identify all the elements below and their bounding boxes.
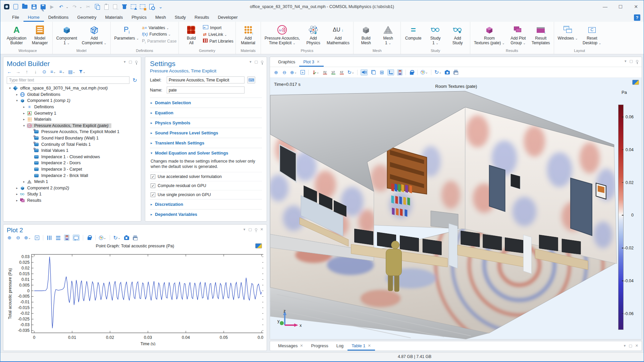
ribbon-item[interactable]: ⇤Import	[203, 25, 233, 30]
plot2-refresh-icon[interactable]: ↻ ⌄	[113, 235, 121, 241]
select-box-icon[interactable]	[130, 4, 137, 10]
tree-item[interactable]: ▸≡Definitions	[7, 104, 138, 110]
ribbon-button[interactable]: Mesh1 ⌄	[378, 23, 398, 46]
settings-section-discretization[interactable]: ▸Discretization	[150, 199, 262, 209]
settings-section-physics-symbols[interactable]: ▸Physics Symbols	[150, 118, 262, 128]
graphics-transparency-icon[interactable]	[371, 69, 376, 75]
graphics-zoom-out-icon[interactable]: ⊖	[282, 69, 287, 75]
menu-tab-file[interactable]: File	[8, 14, 23, 22]
tree-item[interactable]: ▾ ω Pressure Acoustics, Time Explicit (p…	[7, 123, 138, 129]
dropdown-chevron-icon[interactable]: ⌄	[79, 5, 82, 9]
graphics-zoom-box-icon[interactable]: ⊕ ⌄	[290, 69, 297, 75]
tree-item[interactable]: ▸Materials	[7, 116, 138, 123]
close-tab-icon[interactable]: ✕	[317, 60, 320, 64]
pin-icon[interactable]	[255, 228, 257, 231]
model-builder-filter-icon[interactable]: ⌄	[79, 69, 86, 75]
plot2-zoom-extents-icon[interactable]: +	[34, 235, 40, 241]
ribbon-button[interactable]: ↓ResultTemplates	[530, 23, 552, 46]
bottom-tab-messages[interactable]: Messages✕	[274, 342, 307, 351]
plot2-zoom-box-icon[interactable]: ⊕ ⌄	[24, 235, 31, 241]
checkbox-row[interactable]: ✓Use single precision on GPU	[150, 190, 262, 199]
settings-section-dependent-variables[interactable]: ▸Dependent Variables	[150, 209, 262, 219]
menu-tab-results[interactable]: Results	[190, 14, 213, 22]
graphics-view-xz-icon[interactable]: xz	[339, 69, 344, 75]
plot2-print-icon[interactable]	[132, 235, 138, 241]
ribbon-button[interactable]: Windows ⌄	[556, 23, 580, 42]
menu-tab-geometry[interactable]: Geometry	[73, 14, 101, 22]
tree-expand-icon[interactable]: ▸	[22, 112, 26, 115]
graphics-snapshot-icon[interactable]	[445, 69, 450, 75]
tree-item[interactable]: ▸Results	[7, 197, 138, 204]
checkbox-row[interactable]: ✓Compute residual on GPU	[150, 181, 262, 190]
menu-tab-materials[interactable]: Materials	[101, 14, 127, 22]
float-panel-icon[interactable]: ▢	[129, 60, 132, 64]
close-tab-icon[interactable]: ✕	[300, 344, 303, 348]
tree-item[interactable]: ▸ Study 1	[7, 191, 138, 197]
tree-expand-icon[interactable]: ▾	[8, 86, 12, 90]
ribbon-button[interactable]: AddPhysics	[303, 23, 324, 46]
graphics-grid-icon[interactable]: ⊞	[379, 69, 384, 75]
pin-icon[interactable]	[135, 61, 138, 63]
tree-expand-icon[interactable]: ▸	[22, 118, 26, 121]
close-panel-icon[interactable]: ✕	[260, 227, 263, 232]
checkbox-icon[interactable]: ✓	[151, 192, 155, 197]
model-builder-model-tree-nodes-icon[interactable]: ▤ ⌄	[68, 69, 75, 75]
menu-tab-definitions[interactable]: Definitions	[44, 14, 73, 22]
menu-tab-mesh[interactable]: Mesh	[151, 14, 170, 22]
ribbon-button[interactable]: CResetDesktop ⌄	[581, 23, 603, 46]
model-builder-expand-all-icon[interactable]: ≡ ⌄	[59, 69, 65, 75]
ribbon-button[interactable]: Add PlotGroup ⌄	[508, 23, 529, 46]
tree-item[interactable]: DInitial Values 1	[7, 147, 138, 154]
pin-icon[interactable]	[636, 60, 638, 62]
graphics-3d-view[interactable]: Time=0.017 s Room Textures (pate) Pa 0.0…	[270, 78, 642, 339]
ribbon-button[interactable]: AApplicationBuilder	[5, 23, 28, 46]
ribbon-button[interactable]: =Compute	[403, 23, 424, 41]
settings-section-sound-pressure-level-settings[interactable]: ▸Sound Pressure Level Settings	[150, 128, 262, 138]
run-icon[interactable]: ▶	[49, 4, 55, 10]
menu-tab-physics[interactable]: Physics	[127, 14, 151, 22]
tree-expand-icon[interactable]: ▸	[15, 93, 19, 96]
tree-item[interactable]: ▸Mesh 1	[7, 179, 138, 185]
open-file-icon[interactable]	[22, 4, 28, 10]
tree-item[interactable]: Impedance 2 - Doors	[7, 160, 138, 166]
pin-icon[interactable]	[261, 61, 263, 63]
model-builder-back-icon[interactable]: ←	[7, 69, 12, 75]
plot2-zoom-in-icon[interactable]: ⊕	[7, 235, 12, 241]
duplicate-icon[interactable]	[112, 4, 118, 10]
tree-expand-icon[interactable]: ▸	[22, 105, 26, 109]
plot2-snapshot-icon[interactable]	[124, 235, 129, 241]
customize-toolbar-icon[interactable]: ⌄	[158, 4, 164, 10]
ribbon-button[interactable]: ModelManager	[30, 23, 50, 46]
name-input[interactable]	[167, 86, 245, 94]
tree-item[interactable]: ▾office_space_63_30T0_N4_ma_out.mph (roo…	[7, 85, 138, 92]
plot2-chart[interactable]: 0.030.0250.020.0150.010.0050-0.005-0.01-…	[7, 249, 263, 346]
new-file-icon[interactable]	[13, 4, 19, 10]
graphics-rotate-icon[interactable]: ↻ ⌄	[347, 69, 355, 75]
tree-expand-icon[interactable]: ▸	[15, 192, 19, 196]
tree-expand-icon[interactable]: ▸	[15, 199, 19, 202]
find-icon[interactable]	[149, 4, 155, 10]
plot2-zoom-out-icon[interactable]: ⊖	[15, 235, 21, 241]
panel-menu-icon[interactable]: ▾	[624, 344, 626, 348]
model-builder-move-down-icon[interactable]: ↓	[33, 69, 38, 75]
ribbon-button[interactable]: ω Pressure Acoustics,Time Explicit ⌄	[263, 23, 302, 46]
rename-button[interactable]: ⌨	[247, 76, 255, 83]
model-builder-collapse-all-icon[interactable]: ≡ ⌄	[50, 69, 56, 75]
copy-icon[interactable]	[94, 4, 100, 10]
panel-menu-icon[interactable]: ▾	[625, 59, 627, 63]
float-panel-icon[interactable]: ▢	[630, 59, 633, 63]
maximize-button[interactable]: ☐	[613, 0, 628, 13]
tree-item[interactable]: ▸Global Definitions	[7, 92, 138, 98]
tree-item[interactable]: Impedance 1 - Closed windows	[7, 154, 138, 160]
bottom-tab-table-1[interactable]: Table 1✕	[347, 342, 375, 351]
settings-section-model-equation-and-solver-settings[interactable]: ▾Model Equation and Solver Settings	[150, 148, 262, 158]
plot-source-icon[interactable]	[255, 243, 262, 248]
plot2-palette-icon[interactable]: ⌄	[99, 235, 106, 241]
ribbon-button[interactable]: Component1 ⌄	[55, 23, 79, 46]
save-as-icon[interactable]	[40, 4, 46, 10]
save-icon[interactable]	[31, 4, 37, 10]
graphics-axes-orientation-icon[interactable]: ⌄	[312, 69, 319, 75]
label-input[interactable]	[167, 76, 245, 83]
clear-selection-icon[interactable]	[140, 4, 146, 10]
close-panel-icon[interactable]: ✕	[635, 344, 638, 348]
